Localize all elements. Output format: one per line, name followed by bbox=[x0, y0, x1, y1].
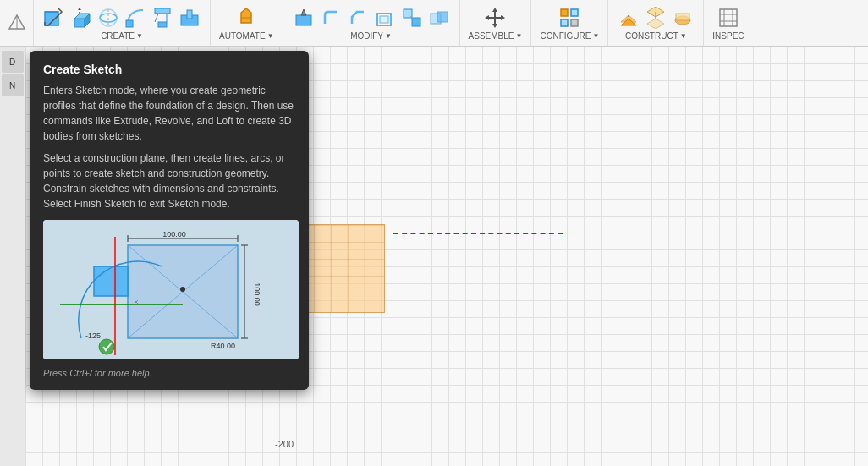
svg-marker-33 bbox=[485, 15, 489, 20]
svg-rect-12 bbox=[126, 20, 133, 27]
left-nav-item-n[interactable]: N bbox=[2, 74, 24, 96]
svg-rect-18 bbox=[187, 10, 192, 19]
assemble-dropdown-arrow: ▼ bbox=[515, 32, 522, 40]
svg-marker-34 bbox=[501, 15, 505, 20]
create-label[interactable]: CREATE ▼ bbox=[101, 31, 143, 41]
svg-rect-46 bbox=[676, 14, 689, 20]
modify-label[interactable]: MODIFY ▼ bbox=[350, 31, 392, 41]
svg-text:-125: -125 bbox=[85, 332, 101, 340]
svg-text:100.00: 100.00 bbox=[253, 282, 261, 306]
combine-icon[interactable] bbox=[427, 6, 451, 30]
rib-tool-icon[interactable] bbox=[178, 6, 201, 30]
left-nav-item-d[interactable]: D bbox=[2, 51, 24, 73]
svg-text:R40.00: R40.00 bbox=[211, 342, 235, 350]
shell-icon[interactable] bbox=[373, 6, 397, 30]
canvas-orange-shape bbox=[296, 224, 385, 313]
main-canvas-area: Create Sketch Enters Sketch mode, where … bbox=[25, 47, 868, 466]
svg-rect-13 bbox=[158, 22, 167, 27]
modify-icons-row bbox=[292, 6, 451, 30]
svg-marker-43 bbox=[647, 19, 664, 29]
canvas-green-dashed-hline bbox=[393, 233, 563, 234]
loft-tool-icon[interactable] bbox=[151, 6, 174, 30]
scale-icon[interactable] bbox=[400, 6, 424, 30]
inspect-label[interactable]: INSPEC bbox=[712, 31, 744, 41]
svg-rect-35 bbox=[561, 9, 568, 16]
svg-point-71 bbox=[180, 287, 185, 292]
configure-label[interactable]: CONFIGURE ▼ bbox=[540, 31, 599, 41]
press-pull-icon[interactable] bbox=[292, 6, 316, 30]
configure-dropdown-arrow: ▼ bbox=[592, 32, 599, 40]
svg-rect-2 bbox=[45, 12, 58, 25]
canvas[interactable]: Create Sketch Enters Sketch mode, where … bbox=[25, 47, 868, 466]
svg-rect-38 bbox=[571, 19, 578, 26]
tooltip-para-1: Enters Sketch mode, where you create geo… bbox=[43, 83, 295, 144]
configure-icons-row bbox=[558, 6, 581, 30]
fillet-icon[interactable] bbox=[319, 6, 343, 30]
svg-rect-4 bbox=[74, 19, 85, 27]
svg-rect-20 bbox=[296, 15, 311, 25]
extrude-tool-icon[interactable] bbox=[69, 6, 93, 30]
modify-dropdown-arrow: ▼ bbox=[385, 32, 392, 40]
toolbar-group-automate[interactable]: AUTOMATE ▼ bbox=[211, 0, 283, 46]
create-icons-row bbox=[42, 6, 201, 30]
svg-marker-8 bbox=[78, 8, 81, 10]
automate-icons-row bbox=[234, 6, 258, 30]
toolbar: CREATE ▼ AUTOMATE ▼ bbox=[0, 0, 868, 47]
svg-rect-14 bbox=[155, 8, 170, 14]
toolbar-group-modify[interactable]: MODIFY ▼ bbox=[283, 0, 460, 46]
midplane-icon[interactable] bbox=[644, 6, 667, 30]
create-dropdown-arrow: ▼ bbox=[136, 32, 143, 40]
construct-icons-row bbox=[617, 6, 695, 30]
tangent-plane-icon[interactable] bbox=[671, 6, 695, 30]
svg-marker-31 bbox=[492, 8, 497, 12]
canvas-label-200: -200 bbox=[275, 439, 294, 449]
svg-rect-37 bbox=[561, 19, 568, 26]
assemble-icons-row bbox=[483, 6, 507, 30]
construct-dropdown-arrow: ▼ bbox=[680, 32, 687, 40]
sweep-tool-icon[interactable] bbox=[124, 6, 147, 30]
svg-point-72 bbox=[99, 339, 114, 354]
tooltip-title: Create Sketch bbox=[43, 63, 295, 76]
inspect-tool-icon[interactable] bbox=[717, 6, 740, 30]
configure-tool-icon[interactable] bbox=[558, 6, 581, 30]
inspect-icons-row bbox=[717, 6, 740, 30]
tooltip-body: Enters Sketch mode, where you create geo… bbox=[43, 83, 295, 211]
revolve-tool-icon[interactable] bbox=[96, 6, 120, 30]
chamfer-icon[interactable] bbox=[346, 6, 370, 30]
assemble-label[interactable]: ASSEMBLE ▼ bbox=[469, 31, 523, 41]
svg-text:100.00: 100.00 bbox=[162, 230, 186, 238]
svg-rect-56 bbox=[94, 266, 128, 296]
svg-rect-36 bbox=[571, 9, 578, 16]
move-assemble-icon[interactable] bbox=[483, 6, 507, 30]
tooltip-para-2: Select a construction plane, then create… bbox=[43, 151, 295, 211]
automate-tool-icon[interactable] bbox=[234, 6, 258, 30]
toolbar-group-create[interactable]: CREATE ▼ bbox=[34, 0, 211, 46]
svg-rect-28 bbox=[437, 12, 448, 22]
toolbar-group-inspect[interactable]: INSPEC bbox=[704, 0, 752, 46]
svg-rect-23 bbox=[380, 16, 388, 23]
svg-line-15 bbox=[155, 14, 158, 22]
toolbar-group-configure[interactable]: CONFIGURE ▼ bbox=[531, 0, 608, 46]
svg-marker-21 bbox=[301, 9, 306, 15]
tooltip-footer: Press Ctrl+/ for more help. bbox=[43, 368, 295, 378]
app-logo[interactable] bbox=[0, 0, 34, 46]
automate-label[interactable]: AUTOMATE ▼ bbox=[219, 31, 274, 41]
svg-rect-47 bbox=[720, 9, 737, 26]
toolbar-group-construct[interactable]: CONSTRUCT ▼ bbox=[608, 0, 704, 46]
left-nav: D N bbox=[0, 47, 25, 466]
sketch-tool-icon[interactable] bbox=[42, 6, 66, 30]
offset-plane-icon[interactable] bbox=[617, 6, 640, 30]
tooltip-image: 100.00 100.00 R40.00 -125 bbox=[43, 220, 299, 359]
construct-label[interactable]: CONSTRUCT ▼ bbox=[625, 31, 687, 41]
tooltip-popup: Create Sketch Enters Sketch mode, where … bbox=[30, 51, 309, 390]
logo-icon bbox=[8, 14, 26, 32]
svg-marker-32 bbox=[492, 24, 497, 28]
toolbar-group-assemble[interactable]: ASSEMBLE ▼ bbox=[460, 0, 532, 46]
automate-dropdown-arrow: ▼ bbox=[267, 32, 274, 40]
